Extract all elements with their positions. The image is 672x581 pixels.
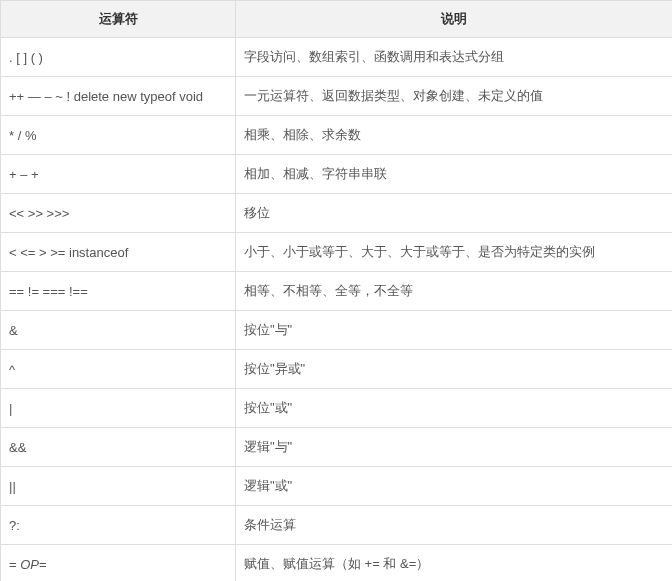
- cell-description: 条件运算: [236, 506, 673, 545]
- cell-description: 移位: [236, 194, 673, 233]
- table-row: == != === !==相等、不相等、全等，不全等: [1, 272, 673, 311]
- cell-operator: * / %: [1, 116, 236, 155]
- table-body: . [ ] ( )字段访问、数组索引、函数调用和表达式分组++ — – ~ ! …: [1, 38, 673, 582]
- header-description: 说明: [236, 1, 673, 38]
- operator-precedence-table: 运算符 说明 . [ ] ( )字段访问、数组索引、函数调用和表达式分组++ —…: [0, 0, 672, 581]
- cell-description: 一元运算符、返回数据类型、对象创建、未定义的值: [236, 77, 673, 116]
- cell-description: 相等、不相等、全等，不全等: [236, 272, 673, 311]
- table-row: . [ ] ( )字段访问、数组索引、函数调用和表达式分组: [1, 38, 673, 77]
- table-row: << >> >>>移位: [1, 194, 673, 233]
- cell-operator: |: [1, 389, 236, 428]
- table-row: &按位"与": [1, 311, 673, 350]
- cell-operator: = OP=: [1, 545, 236, 582]
- table-row: = OP=赋值、赋值运算（如 += 和 &=）: [1, 545, 673, 582]
- table-header-row: 运算符 说明: [1, 1, 673, 38]
- cell-description: 逻辑"与": [236, 428, 673, 467]
- table-row: |按位"或": [1, 389, 673, 428]
- table-row: &&逻辑"与": [1, 428, 673, 467]
- cell-operator: ++ — – ~ ! delete new typeof void: [1, 77, 236, 116]
- cell-operator: ^: [1, 350, 236, 389]
- cell-operator: == != === !==: [1, 272, 236, 311]
- cell-operator: << >> >>>: [1, 194, 236, 233]
- cell-description: 按位"异或": [236, 350, 673, 389]
- cell-description: 按位"与": [236, 311, 673, 350]
- table-row: < <= > >= instanceof小于、小于或等于、大于、大于或等于、是否…: [1, 233, 673, 272]
- cell-operator: ||: [1, 467, 236, 506]
- cell-operator: < <= > >= instanceof: [1, 233, 236, 272]
- cell-description: 赋值、赋值运算（如 += 和 &=）: [236, 545, 673, 582]
- table-row: ?:条件运算: [1, 506, 673, 545]
- table-row: ++ — – ~ ! delete new typeof void一元运算符、返…: [1, 77, 673, 116]
- cell-description: 逻辑"或": [236, 467, 673, 506]
- cell-description: 小于、小于或等于、大于、大于或等于、是否为特定类的实例: [236, 233, 673, 272]
- cell-operator: &: [1, 311, 236, 350]
- cell-operator: . [ ] ( ): [1, 38, 236, 77]
- cell-description: 字段访问、数组索引、函数调用和表达式分组: [236, 38, 673, 77]
- cell-description: 相乘、相除、求余数: [236, 116, 673, 155]
- cell-description: 按位"或": [236, 389, 673, 428]
- table-row: ^按位"异或": [1, 350, 673, 389]
- table-row: * / %相乘、相除、求余数: [1, 116, 673, 155]
- cell-operator: + – +: [1, 155, 236, 194]
- table-row: + – +相加、相减、字符串串联: [1, 155, 673, 194]
- table-row: ||逻辑"或": [1, 467, 673, 506]
- cell-operator: &&: [1, 428, 236, 467]
- header-operator: 运算符: [1, 1, 236, 38]
- cell-operator: ?:: [1, 506, 236, 545]
- cell-description: 相加、相减、字符串串联: [236, 155, 673, 194]
